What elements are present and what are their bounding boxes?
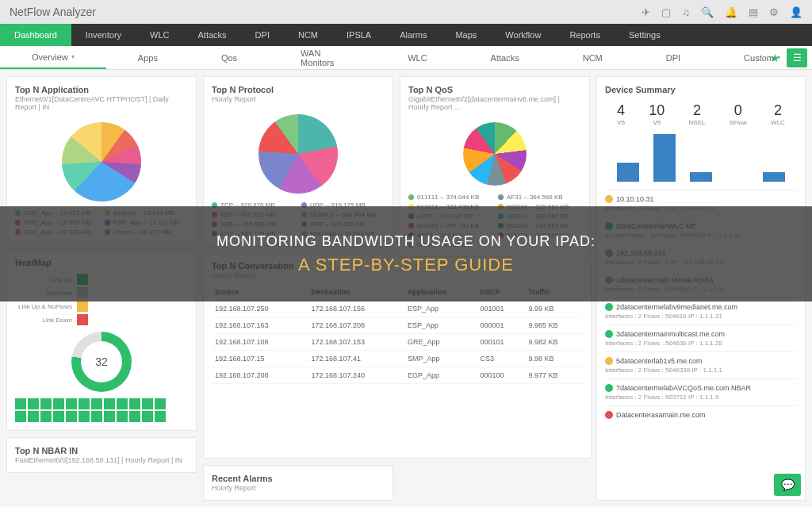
hm-cell <box>117 411 128 422</box>
tab2-dpi[interactable]: DPI <box>634 46 712 69</box>
donut-chart: 32 <box>71 332 132 392</box>
hm-cell <box>104 398 115 409</box>
pie-chart-qos <box>463 122 527 186</box>
card-title: Recent Alarms <box>212 474 385 483</box>
card-title: Top N Application <box>15 85 188 94</box>
chat-button[interactable]: 💬 <box>774 474 801 496</box>
hm-cell <box>104 411 115 422</box>
overlay-line1: MONITORING BANDWIDTH USAGE ON YOUR IPAD: <box>216 233 596 250</box>
primary-nav: Dashboard Inventory WLC Attacks DPI NCM … <box>0 24 812 46</box>
donut-center: 32 <box>95 355 108 368</box>
device-row[interactable]: 2datacentermelabv9medianet.me.comInterfa… <box>605 298 797 325</box>
pie-chart-protocol <box>259 114 338 194</box>
hm-cell <box>40 398 52 409</box>
hm-cell <box>91 398 102 409</box>
bell-icon[interactable]: 🔔 <box>725 6 737 18</box>
legend-item: AF31 -- 364.568 KB <box>498 194 581 201</box>
overlay-banner: MONITORING BANDWIDTH USAGE ON YOUR IPAD:… <box>0 206 812 302</box>
card-subtitle: GigabitEthernet0/2[datacentermainv6.me.c… <box>408 95 581 111</box>
device-count: 2NSEL <box>689 102 706 126</box>
bar <box>617 163 639 182</box>
tab2-qos[interactable]: Qos <box>190 46 269 69</box>
bar <box>653 134 676 182</box>
pie-chart-application <box>62 122 141 202</box>
device-row[interactable]: 3datacentermainmulticast.me.comInterface… <box>605 325 797 351</box>
tab-dpi[interactable]: DPI <box>241 24 284 46</box>
filter-button[interactable]: ☰ <box>787 48 807 67</box>
hm-cell <box>28 411 39 422</box>
device-row[interactable]: 7datacentermelabAVCQoS.me.com.NBARInterf… <box>605 378 797 405</box>
device-count: 2WLC <box>771 102 785 126</box>
tab2-attacks[interactable]: Attacks <box>459 46 551 69</box>
tab2-wlc[interactable]: WLC <box>376 46 458 69</box>
device-count: 10V9 <box>649 102 665 126</box>
hm-cell <box>15 411 26 422</box>
tab2-apps[interactable]: Apps <box>106 46 190 69</box>
tab2-ncm[interactable]: NCM <box>551 46 634 69</box>
tab-alarms[interactable]: Alarms <box>385 24 441 46</box>
tab-inventory[interactable]: Inventory <box>71 24 136 46</box>
headset-icon[interactable]: ♫ <box>682 6 690 18</box>
card-alarms: Recent Alarms Hourly Report <box>203 465 393 501</box>
hm-cell <box>77 301 88 312</box>
hm-cell <box>155 398 166 409</box>
devices-icon[interactable]: ▤ <box>749 6 758 18</box>
card-subtitle: Hourly Report <box>212 95 385 103</box>
tab-settings[interactable]: Settings <box>615 24 675 46</box>
hm-cell <box>129 398 140 409</box>
card-title: Top N QoS <box>408 85 581 94</box>
hm-cell <box>79 398 90 409</box>
device-count: 4V5 <box>617 102 625 126</box>
rocket-icon[interactable]: ✈ <box>642 6 650 18</box>
gear-icon[interactable]: ⚙ <box>769 6 779 18</box>
card-subtitle: Hourly Report <box>212 484 385 492</box>
tab-ipsla[interactable]: IPSLA <box>332 24 385 46</box>
status-icon <box>605 384 613 392</box>
card-title: Top N Protocol <box>212 85 385 94</box>
hm-cell <box>142 411 153 422</box>
tab2-overview[interactable]: Overview▾ <box>0 46 106 69</box>
card-title: Top N NBAR IN <box>15 446 188 455</box>
card-nbar: Top N NBAR IN FastEthernet0/0[192.168.50… <box>6 437 197 473</box>
hm-cell <box>66 411 77 422</box>
hm-cell <box>117 398 128 409</box>
chevron-down-icon: ▾ <box>71 53 75 60</box>
status-icon <box>605 330 613 338</box>
heatmap-grid <box>15 398 188 422</box>
tab2-wan[interactable]: WAN Monitors <box>269 46 376 69</box>
header-icons: ✈ ▢ ♫ 🔍 🔔 ▤ ⚙ 👤 <box>642 6 802 18</box>
status-icon <box>605 357 613 365</box>
device-row[interactable]: Datacenterasamain.me.com <box>605 405 797 425</box>
secondary-nav: Overview▾ Apps Qos WAN Monitors WLC Atta… <box>0 46 812 70</box>
monitor-icon[interactable]: ▢ <box>661 6 671 18</box>
tab-ncm[interactable]: NCM <box>284 24 332 46</box>
legend-item: 011111 -- 374.044 KB <box>408 194 492 201</box>
card-subtitle: Ethernet0/1[DataCentreAVC HTTPHOST] | Da… <box>15 95 188 111</box>
hm-cell <box>15 398 26 409</box>
hm-label: Link Down <box>15 317 72 324</box>
tab-reports[interactable]: Reports <box>555 24 615 46</box>
tab-wlc[interactable]: WLC <box>136 24 183 46</box>
hm-cell <box>155 411 166 422</box>
tab-maps[interactable]: Maps <box>441 24 491 46</box>
device-counts: 4V510V92NSEL0SFlow2WLC <box>605 102 797 126</box>
tab-attacks[interactable]: Attacks <box>184 24 241 46</box>
device-count: 0SFlow <box>730 102 747 126</box>
bar <box>763 172 785 182</box>
hm-cell <box>77 314 88 325</box>
hm-cell <box>28 398 39 409</box>
card-title: Device Summary <box>605 85 797 94</box>
search-icon[interactable]: 🔍 <box>701 6 714 18</box>
overlay-line2: A STEP-BY-STEP GUIDE <box>298 255 514 275</box>
tab-workflow[interactable]: Workflow <box>491 24 555 46</box>
tab-dashboard[interactable]: Dashboard <box>0 24 71 46</box>
status-icon <box>605 195 613 203</box>
hm-cell <box>129 411 140 422</box>
hm-cell <box>53 398 64 409</box>
device-row[interactable]: 5datacenterlab1v5.me.comInterfaces : 2 F… <box>605 351 797 378</box>
status-icon <box>605 411 613 419</box>
star-icon[interactable]: ★ <box>770 52 780 64</box>
card-subtitle: FastEthernet0/0[192.168.50.131] | Hourly… <box>15 456 188 464</box>
hm-cell <box>66 398 77 409</box>
user-icon[interactable]: 👤 <box>790 6 802 18</box>
